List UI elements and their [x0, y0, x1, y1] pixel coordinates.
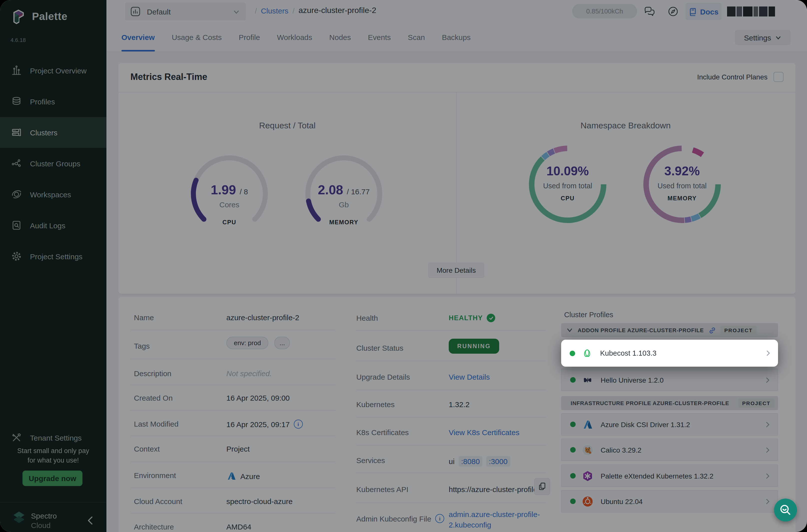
- tour-dim-overlay: [0, 0, 807, 532]
- search-smile-icon: [779, 504, 792, 516]
- layer-status-dot: [570, 350, 575, 356]
- chevron-right-icon: [764, 349, 772, 357]
- app-window: Palette 4.6.18 Project Overview: [0, 0, 807, 532]
- support-search-button[interactable]: [774, 498, 797, 521]
- profile-layer-kubecost[interactable]: Kubecost 1.103.3: [561, 340, 778, 367]
- layer-name: Kubecost 1.103.3: [600, 349, 657, 357]
- kubecost-icon: [582, 348, 593, 359]
